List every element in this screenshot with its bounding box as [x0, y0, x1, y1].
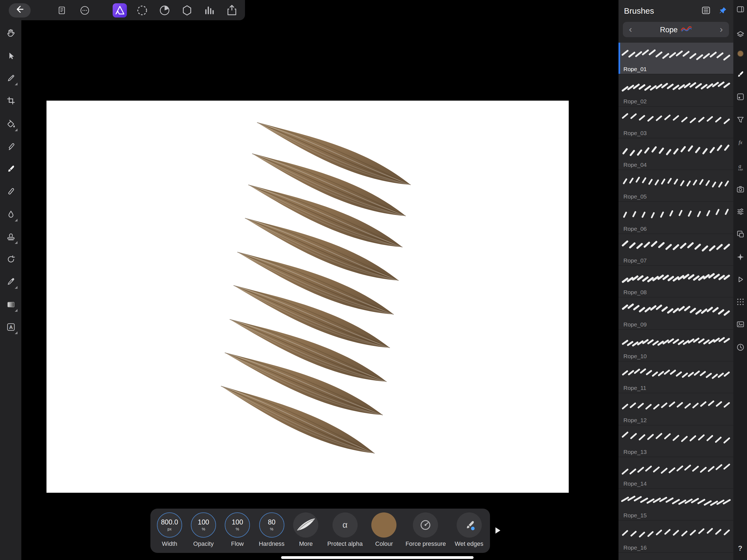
wet-edges-toggle-circle [456, 512, 482, 538]
more-button-circle [293, 512, 318, 538]
control-label: Hardness [259, 540, 284, 547]
width-control[interactable]: 800.0pxWidth [157, 512, 182, 547]
prev-category-button[interactable]: ‹ [623, 22, 638, 37]
force-pressure-toggle[interactable]: Force pressure [406, 512, 446, 547]
brush-item-rope_09[interactable]: Rope_09 [618, 298, 733, 330]
brush-item-rope_10[interactable]: Rope_10 [618, 330, 733, 361]
tone-mapping-persona[interactable] [202, 3, 216, 17]
crop-tool[interactable] [3, 93, 18, 108]
brush-label: Rope_14 [623, 480, 647, 487]
list-view-icon[interactable] [701, 5, 711, 15]
grid-icon[interactable] [736, 298, 745, 306]
colour-picker-tool[interactable] [3, 274, 18, 289]
colour-dot-icon[interactable] [736, 49, 745, 58]
control-label: Wet edges [455, 540, 483, 547]
back-button[interactable] [9, 3, 31, 17]
brush-item-rope_01[interactable]: Rope_01 [618, 43, 733, 75]
pastel-tool[interactable] [3, 184, 18, 199]
opacity-control[interactable]: 100%Opacity [191, 512, 216, 547]
document-canvas[interactable] [47, 101, 569, 493]
text-tool[interactable]: A [3, 320, 18, 334]
protect-alpha-toggle[interactable]: αProtect alpha [327, 512, 363, 547]
brush-label: Rope_02 [623, 98, 647, 104]
assistant-icon[interactable] [736, 253, 745, 261]
brush-item-rope_15[interactable]: Rope_15 [618, 489, 733, 521]
back-arrow-icon [14, 4, 25, 17]
protect-alpha-toggle-circle: α [333, 512, 358, 538]
brush-preview [621, 203, 731, 227]
text-style-icon[interactable]: a12pt [736, 162, 745, 171]
brush-item-rope_08[interactable]: Rope_08 [618, 266, 733, 298]
stock-icon[interactable] [736, 185, 745, 194]
media-icon[interactable] [736, 320, 745, 329]
app-screen: A 800.0pxWidth100%Opacity100%Flow80%Hard… [0, 0, 747, 560]
control-label: Width [162, 540, 177, 547]
selections-persona[interactable] [135, 3, 149, 17]
paint-brush-tool[interactable] [3, 161, 18, 176]
next-category-button[interactable]: › [714, 22, 729, 37]
layers-icon[interactable] [736, 30, 745, 39]
document-manager-button[interactable] [55, 3, 69, 17]
play-icon[interactable] [736, 275, 745, 284]
more-options-button[interactable] [78, 3, 92, 17]
rotate-canvas-tool[interactable] [3, 252, 18, 266]
home-indicator[interactable] [281, 556, 473, 559]
category-label[interactable]: Rope [638, 25, 714, 34]
filters-icon[interactable] [736, 116, 745, 124]
develop-persona[interactable] [180, 3, 194, 17]
liquify-persona[interactable] [157, 3, 172, 17]
brush-item-rope_03[interactable]: Rope_03 [618, 106, 733, 138]
brush-item-rope_06[interactable]: Rope_06 [618, 202, 733, 234]
more-button[interactable]: More [293, 512, 318, 547]
brush-preview [621, 522, 731, 546]
fx-icon[interactable]: fx [736, 138, 745, 147]
colour-swatch [371, 512, 397, 538]
marker-tool[interactable] [3, 139, 18, 154]
control-label: Force pressure [406, 540, 446, 547]
brush-item[interactable] [618, 553, 733, 560]
flood-fill-tool[interactable] [3, 117, 18, 131]
view-tool[interactable] [3, 25, 18, 40]
wet-edges-toggle[interactable]: Wet edges [455, 512, 483, 547]
brush-item-rope_14[interactable]: Rope_14 [618, 457, 733, 489]
brush-item-rope_02[interactable]: Rope_02 [618, 75, 733, 107]
brush-item-rope_12[interactable]: Rope_12 [618, 393, 733, 426]
export-persona[interactable] [225, 3, 239, 17]
brush-preview [621, 458, 731, 482]
brush-item-rope_16[interactable]: Rope_16 [618, 521, 733, 553]
brush-label: Rope_01 [623, 66, 647, 73]
channels-icon[interactable] [736, 230, 745, 238]
smudge-tool[interactable] [3, 207, 18, 222]
right-icon-strip: ? fxa12pt [733, 0, 747, 560]
colour-button[interactable]: Colour [371, 512, 397, 547]
brush-item-rope_07[interactable]: Rope_07 [618, 234, 733, 266]
help-button[interactable]: ? [733, 544, 747, 552]
brushes-icon[interactable] [736, 70, 745, 79]
pin-panel-icon[interactable] [718, 5, 728, 15]
history-icon[interactable] [736, 343, 745, 352]
brush-preview [621, 331, 731, 355]
move-tool[interactable] [3, 48, 18, 63]
category-label-text: Rope [660, 25, 678, 34]
selection-brush-tool[interactable] [3, 71, 18, 85]
brush-list: Rope_01Rope_02Rope_03Rope_04Rope_05Rope_… [618, 43, 733, 560]
control-label: Flow [231, 540, 243, 547]
brush-item-rope_11[interactable]: Rope_11 [618, 361, 733, 393]
force-pressure-toggle-circle [413, 512, 438, 538]
gradient-tool[interactable] [3, 297, 18, 312]
expand-context-arrow[interactable] [493, 526, 503, 535]
brush-label: Rope_16 [623, 544, 647, 551]
control-value: 80 [268, 519, 276, 526]
brush-item-rope_04[interactable]: Rope_04 [618, 138, 733, 170]
brush-item-rope_05[interactable]: Rope_05 [618, 170, 733, 202]
clone-stamp-tool[interactable] [3, 229, 18, 244]
brush-label: Rope_06 [623, 225, 647, 232]
brush-preview [621, 139, 731, 163]
brush-item-rope_13[interactable]: Rope_13 [618, 425, 733, 457]
panel-toggle-icon[interactable] [736, 5, 745, 14]
sliders-icon[interactable] [736, 207, 745, 216]
hardness-control[interactable]: 80%Hardness [259, 512, 284, 547]
adjustments-icon[interactable] [736, 93, 745, 101]
photo-persona[interactable] [113, 3, 127, 17]
flow-control[interactable]: 100%Flow [225, 512, 250, 547]
